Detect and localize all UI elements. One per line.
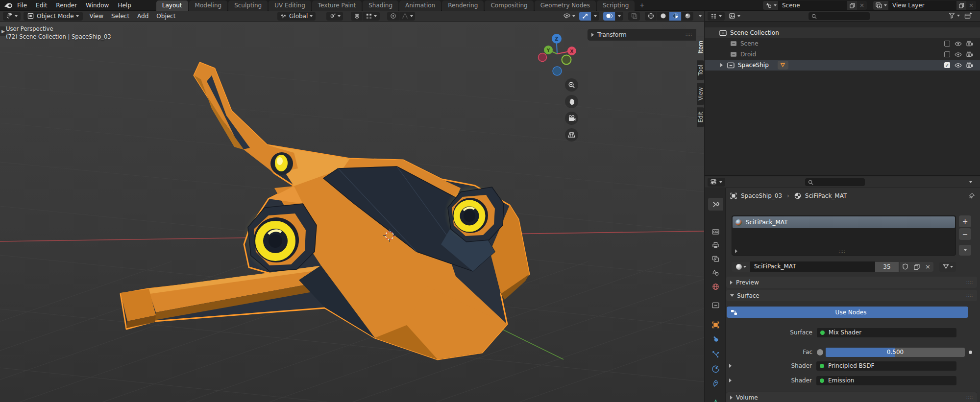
tab-modifiers[interactable]	[708, 333, 723, 346]
scene-name-field[interactable]: Scene	[778, 1, 847, 10]
overlays-dropdown[interactable]	[615, 12, 623, 21]
remove-material-slot-button[interactable]: −	[959, 228, 971, 240]
sidebar-tab-tool[interactable]: Tool	[697, 60, 704, 80]
material-slots-list[interactable]: SciFiPack_MAT ∷∷	[732, 215, 956, 256]
disable-render-camera-icon[interactable]	[966, 51, 973, 57]
expand-arrow-icon[interactable]	[720, 63, 723, 67]
tab-tool[interactable]	[708, 198, 723, 211]
tab-physics[interactable]	[708, 362, 723, 375]
tab-object[interactable]	[708, 318, 723, 331]
panel-grip-icon[interactable]: ∷∷	[967, 293, 973, 298]
toolbar-expand-arrow[interactable]: ▶	[0, 26, 6, 36]
new-material-button[interactable]	[911, 262, 922, 272]
unlink-scene-button[interactable]: ×	[857, 1, 867, 10]
proportional-falloff-dropdown[interactable]	[399, 12, 415, 21]
snap-settings-dropdown[interactable]	[363, 12, 380, 21]
exclude-checkbox[interactable]: ✓	[944, 62, 950, 68]
shading-wireframe-button[interactable]	[645, 12, 657, 21]
gizmo-neg-x[interactable]	[539, 53, 547, 62]
add-material-slot-button[interactable]: +	[959, 215, 971, 227]
tab-collection[interactable]	[708, 299, 723, 311]
gizmos-toggle[interactable]	[579, 12, 591, 21]
workspace-tab-texture-paint[interactable]: Texture Paint	[312, 0, 362, 11]
outliner-filter-button[interactable]	[949, 12, 960, 19]
scene-browse-button[interactable]	[763, 1, 778, 10]
workspace-tab-compositing[interactable]: Compositing	[485, 0, 533, 11]
shading-rendered-button[interactable]	[682, 12, 693, 21]
add-workspace-button[interactable]: +	[636, 0, 648, 11]
transform-panel-header[interactable]: Transform ∷∷	[588, 29, 696, 41]
new-view-layer-button[interactable]	[956, 1, 966, 10]
tab-object-data[interactable]	[708, 397, 723, 402]
tab-render[interactable]	[708, 225, 723, 238]
xray-toggle[interactable]	[628, 12, 640, 21]
pin-icon[interactable]	[968, 192, 975, 199]
material-slot-specials-button[interactable]	[959, 245, 971, 256]
breadcrumb-object[interactable]: SpaceShip_03	[741, 192, 782, 199]
menu-add[interactable]: Add	[133, 13, 152, 20]
exclude-checkbox[interactable]	[944, 51, 950, 57]
pan-hand-button[interactable]	[565, 95, 578, 108]
menu-edit[interactable]: Edit	[31, 0, 51, 11]
link-material-dropdown[interactable]	[939, 262, 956, 272]
properties-search-input[interactable]	[805, 178, 865, 186]
tab-view-layer[interactable]	[708, 253, 723, 265]
shading-dropdown[interactable]	[696, 12, 704, 21]
menu-help[interactable]: Help	[113, 0, 135, 11]
panel-grip-icon[interactable]: ∷∷	[967, 395, 973, 400]
use-nodes-button[interactable]: Use Nodes	[727, 307, 968, 318]
outliner-search-input[interactable]	[808, 12, 870, 20]
outliner-item-label[interactable]: SpaceShip	[738, 62, 769, 69]
gizmo-x-label[interactable]: X	[570, 49, 574, 54]
shader1-field[interactable]: Principled BSDF	[816, 361, 956, 371]
tab-scene[interactable]	[708, 266, 723, 279]
workspace-tab-layout[interactable]: Layout	[156, 0, 188, 11]
material-name-field[interactable]: SciFiPack_MAT	[750, 261, 875, 272]
object-visibility-dropdown[interactable]	[564, 12, 575, 21]
disable-render-camera-icon[interactable]	[966, 41, 973, 47]
remove-view-layer-button[interactable]: ×	[966, 1, 976, 10]
browse-material-button[interactable]	[732, 262, 750, 272]
workspace-tab-geometry-nodes[interactable]: Geometry Nodes	[535, 0, 596, 11]
outliner-item-label[interactable]: Scene	[740, 40, 759, 47]
disable-render-camera-icon[interactable]	[966, 62, 973, 68]
menu-view[interactable]: View	[86, 13, 107, 20]
material-users-count[interactable]: 35	[875, 262, 899, 272]
outliner-editor-type-button[interactable]	[708, 12, 725, 21]
new-collection-button[interactable]	[964, 12, 972, 19]
expand-arrow-icon[interactable]	[729, 378, 732, 382]
pivot-point-dropdown[interactable]	[326, 12, 343, 21]
editor-type-button[interactable]	[3, 12, 21, 21]
panel-grip-icon[interactable]: ∷∷	[967, 280, 973, 285]
list-resize-grip-icon[interactable]: ∷∷	[839, 249, 845, 254]
sidebar-tab-item[interactable]: Item	[697, 36, 704, 58]
navigation-gizmo[interactable]: Z Y X	[534, 30, 588, 79]
view-layer-name-field[interactable]: View Layer	[888, 1, 956, 10]
mode-dropdown[interactable]: Object Mode	[24, 12, 83, 21]
workspace-tab-uv-editing[interactable]: UV Editing	[269, 0, 311, 11]
camera-view-button[interactable]	[565, 112, 578, 125]
animate-dot-icon[interactable]	[969, 351, 972, 354]
zoom-button[interactable]	[565, 78, 578, 92]
gizmo-neg-y[interactable]	[562, 55, 571, 65]
workspace-tab-sculpting[interactable]: Sculpting	[228, 0, 268, 11]
3d-viewport[interactable]: User Perspective (72) Scene Collection |…	[0, 22, 704, 402]
gizmos-dropdown[interactable]	[591, 12, 599, 21]
outliner-row-droid[interactable]: Droid	[705, 49, 980, 60]
panel-grip-icon[interactable]: ∷∷	[686, 32, 692, 37]
gizmo-z-label[interactable]: Z	[555, 36, 558, 42]
properties-editor-type-button[interactable]	[708, 178, 725, 187]
menu-object[interactable]: Object	[152, 13, 179, 20]
unlink-material-button[interactable]: ×	[922, 262, 933, 272]
volume-panel-header[interactable]: Volume ∷∷	[726, 392, 977, 402]
gizmo-y-label[interactable]: Y	[546, 48, 550, 53]
tab-output[interactable]	[708, 239, 723, 252]
workspace-tab-animation[interactable]: Animation	[399, 0, 441, 11]
hide-eye-icon[interactable]	[955, 52, 962, 57]
view-layer-browse-button[interactable]	[873, 1, 888, 10]
workspace-tab-modeling[interactable]: Modeling	[189, 0, 228, 11]
breadcrumb-material[interactable]: SciFiPack_MAT	[805, 192, 847, 199]
list-expand-arrow-icon[interactable]	[735, 249, 737, 253]
fac-slider[interactable]: 0.500	[826, 348, 965, 357]
hide-eye-icon[interactable]	[955, 41, 962, 47]
